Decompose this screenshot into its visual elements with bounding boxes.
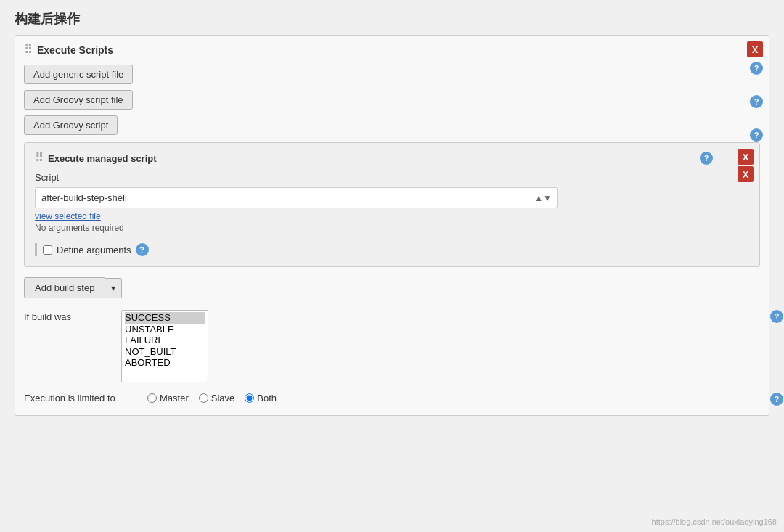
inner-x-buttons-group: X X: [738, 149, 754, 182]
execution-radio-group: Master Slave Both: [147, 393, 277, 404]
close-inner-x1-button[interactable]: X: [738, 149, 754, 165]
radio-both-label[interactable]: Both: [245, 393, 277, 404]
script-select[interactable]: after-build-step-shell: [35, 187, 558, 208]
define-arguments-label: Define arguments: [57, 245, 131, 255]
view-selected-file-link[interactable]: view selected file: [35, 211, 749, 221]
help-icon-define-args[interactable]: ?: [136, 243, 149, 256]
dropdown-arrow-icon: ▾: [111, 283, 115, 293]
watermark-text: https://blog.csdn.net/ouxiaoying168: [652, 517, 777, 526]
managed-script-title: ⠿ Execute managed script ?: [35, 152, 749, 165]
help-icon-groovy-file[interactable]: ?: [750, 95, 763, 108]
execution-section: Execution is limited to Master Slave Bot…: [24, 393, 760, 404]
execute-scripts-title: ⠿ Execute Scripts: [24, 44, 760, 56]
page-title: 构建后操作: [0, 0, 784, 35]
option-aborted: ABORTED: [125, 357, 205, 369]
radio-slave-label[interactable]: Slave: [199, 393, 235, 404]
if-build-section: If build was SUCCESS UNSTABLE FAILURE NO…: [24, 310, 760, 382]
option-not-built: NOT_BUILT: [125, 346, 205, 358]
add-groovy-script-button[interactable]: Add Groovy script: [24, 115, 118, 135]
help-icon-groovy-script[interactable]: ?: [750, 128, 763, 142]
close-inner-x2-button[interactable]: X: [738, 166, 754, 182]
radio-slave-text: Slave: [211, 393, 235, 404]
radio-master-label[interactable]: Master: [147, 393, 189, 404]
add-generic-script-file-button[interactable]: Add generic script file: [24, 65, 133, 84]
radio-both-text: Both: [257, 393, 277, 404]
help-icon-if-build[interactable]: ?: [770, 310, 783, 323]
execute-managed-script-panel: ⠿ Execute managed script ? X X Script af…: [24, 142, 760, 267]
managed-script-title-text: Execute managed script: [48, 153, 157, 164]
option-failure: FAILURE: [125, 335, 205, 346]
add-build-step-dropdown-button[interactable]: ▾: [105, 278, 122, 298]
no-arguments-text: No arguments required: [35, 223, 749, 233]
drag-handle: ⠿: [24, 44, 31, 56]
define-arguments-row: Define arguments ?: [35, 243, 749, 256]
help-icon-generic[interactable]: ?: [750, 62, 763, 75]
if-build-label: If build was: [24, 310, 111, 322]
help-icon-execution[interactable]: ?: [770, 393, 783, 406]
option-success: SUCCESS: [125, 312, 205, 324]
option-unstable: UNSTABLE: [125, 324, 205, 335]
radio-slave[interactable]: [199, 393, 208, 403]
add-build-step-button[interactable]: Add build step: [24, 277, 105, 298]
define-arguments-checkbox[interactable]: [43, 245, 52, 255]
add-groovy-file-button-row: Add Groovy script file: [24, 90, 760, 110]
script-select-wrapper: after-build-step-shell ▲▼: [35, 187, 558, 208]
inner-drag-handle: ⠿: [35, 152, 42, 164]
add-generic-button-row: Add generic script file: [24, 65, 760, 84]
panel-title-text: Execute Scripts: [37, 44, 113, 56]
radio-master[interactable]: [147, 393, 157, 403]
execution-label: Execution is limited to: [24, 393, 140, 404]
add-build-step-row: Add build step ▾: [24, 277, 760, 298]
execute-scripts-panel: ⠿ Execute Scripts X ? ? ? Add generic sc…: [15, 35, 769, 416]
if-build-select[interactable]: SUCCESS UNSTABLE FAILURE NOT_BUILT ABORT…: [121, 310, 208, 382]
close-panel-button[interactable]: X: [747, 41, 763, 57]
add-groovy-script-file-button[interactable]: Add Groovy script file: [24, 90, 133, 110]
script-label: Script: [35, 172, 749, 183]
radio-master-text: Master: [160, 393, 189, 404]
add-groovy-script-button-row: Add Groovy script: [24, 115, 760, 135]
help-icon-managed-script[interactable]: ?: [700, 152, 713, 165]
radio-both[interactable]: [245, 393, 254, 403]
